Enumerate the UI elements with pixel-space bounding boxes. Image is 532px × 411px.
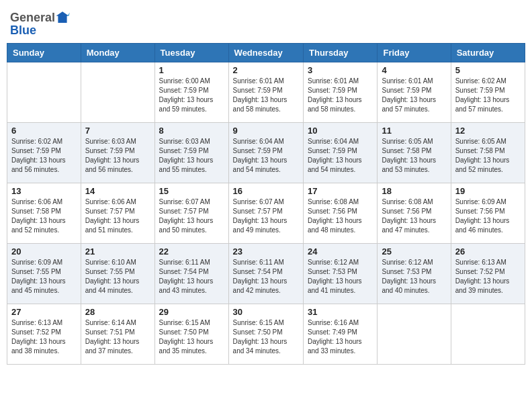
day-cell: [7, 62, 81, 123]
day-number: 14: [85, 186, 150, 196]
logo: GeneralBlue: [10, 10, 70, 38]
day-cell: 13Sunrise: 6:06 AM Sunset: 7:58 PM Dayli…: [7, 183, 81, 244]
day-header-tuesday: Tuesday: [154, 44, 228, 62]
day-info: Sunrise: 6:13 AM Sunset: 7:52 PM Dayligh…: [455, 258, 521, 295]
day-info: Sunrise: 6:16 AM Sunset: 7:49 PM Dayligh…: [308, 318, 373, 356]
day-number: 9: [233, 126, 299, 136]
day-cell: 3Sunrise: 6:01 AM Sunset: 7:59 PM Daylig…: [304, 62, 378, 123]
day-cell: 6Sunrise: 6:02 AM Sunset: 7:59 PM Daylig…: [7, 123, 81, 183]
day-info: Sunrise: 6:08 AM Sunset: 7:56 PM Dayligh…: [308, 197, 373, 235]
day-cell: 26Sunrise: 6:13 AM Sunset: 7:52 PM Dayli…: [451, 244, 525, 304]
day-cell: 17Sunrise: 6:08 AM Sunset: 7:56 PM Dayli…: [304, 183, 378, 244]
day-info: Sunrise: 6:01 AM Sunset: 7:59 PM Dayligh…: [233, 77, 299, 114]
day-number: 27: [11, 307, 77, 317]
week-row-2: 6Sunrise: 6:02 AM Sunset: 7:59 PM Daylig…: [7, 123, 525, 183]
day-number: 29: [159, 307, 224, 317]
day-cell: 19Sunrise: 6:09 AM Sunset: 7:56 PM Dayli…: [451, 183, 525, 244]
day-info: Sunrise: 6:09 AM Sunset: 7:56 PM Dayligh…: [455, 197, 521, 235]
day-cell: 31Sunrise: 6:16 AM Sunset: 7:49 PM Dayli…: [304, 304, 378, 365]
day-cell: 14Sunrise: 6:06 AM Sunset: 7:57 PM Dayli…: [81, 183, 154, 244]
day-cell: 7Sunrise: 6:03 AM Sunset: 7:59 PM Daylig…: [81, 123, 154, 183]
day-number: 30: [233, 307, 299, 317]
day-number: 2: [233, 65, 299, 75]
day-number: 8: [159, 126, 224, 136]
day-number: 15: [159, 186, 224, 196]
day-number: 31: [308, 307, 373, 317]
day-cell: [81, 62, 154, 123]
logo-blue-text: Blue: [10, 24, 36, 38]
day-number: 12: [455, 126, 521, 136]
day-header-thursday: Thursday: [304, 44, 378, 62]
day-cell: 25Sunrise: 6:12 AM Sunset: 7:53 PM Dayli…: [378, 244, 451, 304]
day-info: Sunrise: 6:02 AM Sunset: 7:59 PM Dayligh…: [11, 137, 77, 175]
day-cell: 29Sunrise: 6:15 AM Sunset: 7:50 PM Dayli…: [154, 304, 228, 365]
day-info: Sunrise: 6:15 AM Sunset: 7:50 PM Dayligh…: [159, 318, 224, 356]
day-info: Sunrise: 6:11 AM Sunset: 7:54 PM Dayligh…: [233, 258, 299, 295]
week-row-1: 1Sunrise: 6:00 AM Sunset: 7:59 PM Daylig…: [7, 62, 525, 123]
day-info: Sunrise: 6:07 AM Sunset: 7:57 PM Dayligh…: [233, 197, 299, 235]
day-info: Sunrise: 6:04 AM Sunset: 7:59 PM Dayligh…: [308, 137, 373, 175]
day-header-saturday: Saturday: [451, 44, 525, 62]
day-cell: 15Sunrise: 6:07 AM Sunset: 7:57 PM Dayli…: [154, 183, 228, 244]
day-cell: [451, 304, 525, 365]
day-info: Sunrise: 6:12 AM Sunset: 7:53 PM Dayligh…: [308, 258, 373, 295]
day-number: 24: [308, 246, 373, 257]
day-info: Sunrise: 6:14 AM Sunset: 7:51 PM Dayligh…: [85, 318, 150, 356]
calendar-table: SundayMondayTuesdayWednesdayThursdayFrid…: [7, 43, 525, 365]
day-number: 6: [11, 126, 77, 136]
day-number: 10: [308, 126, 373, 136]
day-cell: 11Sunrise: 6:05 AM Sunset: 7:58 PM Dayli…: [378, 123, 451, 183]
day-info: Sunrise: 6:02 AM Sunset: 7:59 PM Dayligh…: [455, 77, 521, 114]
day-number: 13: [11, 186, 77, 196]
week-row-4: 20Sunrise: 6:09 AM Sunset: 7:55 PM Dayli…: [7, 244, 525, 304]
day-info: Sunrise: 6:07 AM Sunset: 7:57 PM Dayligh…: [159, 197, 224, 235]
day-cell: 10Sunrise: 6:04 AM Sunset: 7:59 PM Dayli…: [304, 123, 378, 183]
day-info: Sunrise: 6:05 AM Sunset: 7:58 PM Dayligh…: [455, 137, 521, 175]
day-number: 5: [455, 65, 521, 75]
day-number: 20: [11, 246, 77, 257]
day-number: 11: [382, 126, 446, 136]
day-info: Sunrise: 6:03 AM Sunset: 7:59 PM Dayligh…: [159, 137, 224, 175]
day-cell: 5Sunrise: 6:02 AM Sunset: 7:59 PM Daylig…: [451, 62, 525, 123]
day-number: 4: [382, 65, 446, 75]
day-info: Sunrise: 6:09 AM Sunset: 7:55 PM Dayligh…: [11, 258, 77, 295]
day-number: 19: [455, 186, 521, 196]
day-cell: 30Sunrise: 6:15 AM Sunset: 7:50 PM Dayli…: [228, 304, 303, 365]
day-number: 26: [455, 246, 521, 257]
day-number: 28: [85, 307, 150, 317]
day-cell: 27Sunrise: 6:13 AM Sunset: 7:52 PM Dayli…: [7, 304, 81, 365]
day-cell: [378, 304, 451, 365]
day-cell: 8Sunrise: 6:03 AM Sunset: 7:59 PM Daylig…: [154, 123, 228, 183]
day-info: Sunrise: 6:10 AM Sunset: 7:55 PM Dayligh…: [85, 258, 150, 295]
day-header-sunday: Sunday: [7, 44, 81, 62]
logo-bird-icon: [55, 10, 70, 25]
day-cell: 28Sunrise: 6:14 AM Sunset: 7:51 PM Dayli…: [81, 304, 154, 365]
day-number: 18: [382, 186, 446, 196]
day-cell: 1Sunrise: 6:00 AM Sunset: 7:59 PM Daylig…: [154, 62, 228, 123]
day-info: Sunrise: 6:04 AM Sunset: 7:59 PM Dayligh…: [233, 137, 299, 175]
day-number: 22: [159, 246, 224, 257]
day-info: Sunrise: 6:06 AM Sunset: 7:58 PM Dayligh…: [11, 197, 77, 235]
day-number: 1: [159, 65, 224, 75]
days-header-row: SundayMondayTuesdayWednesdayThursdayFrid…: [7, 44, 525, 62]
day-cell: 22Sunrise: 6:11 AM Sunset: 7:54 PM Dayli…: [154, 244, 228, 304]
day-info: Sunrise: 6:01 AM Sunset: 7:59 PM Dayligh…: [382, 77, 446, 114]
day-cell: 20Sunrise: 6:09 AM Sunset: 7:55 PM Dayli…: [7, 244, 81, 304]
day-info: Sunrise: 6:08 AM Sunset: 7:56 PM Dayligh…: [382, 197, 446, 235]
day-info: Sunrise: 6:15 AM Sunset: 7:50 PM Dayligh…: [233, 318, 299, 356]
day-number: 17: [308, 186, 373, 196]
day-info: Sunrise: 6:13 AM Sunset: 7:52 PM Dayligh…: [11, 318, 77, 356]
week-row-3: 13Sunrise: 6:06 AM Sunset: 7:58 PM Dayli…: [7, 183, 525, 244]
header: GeneralBlue: [7, 7, 525, 38]
day-cell: 16Sunrise: 6:07 AM Sunset: 7:57 PM Dayli…: [228, 183, 303, 244]
day-number: 3: [308, 65, 373, 75]
day-cell: 12Sunrise: 6:05 AM Sunset: 7:58 PM Dayli…: [451, 123, 525, 183]
svg-marker-1: [67, 13, 70, 16]
day-cell: 18Sunrise: 6:08 AM Sunset: 7:56 PM Dayli…: [378, 183, 451, 244]
day-number: 16: [233, 186, 299, 196]
day-number: 21: [85, 246, 150, 257]
day-info: Sunrise: 6:11 AM Sunset: 7:54 PM Dayligh…: [159, 258, 224, 295]
day-info: Sunrise: 6:03 AM Sunset: 7:59 PM Dayligh…: [85, 137, 150, 175]
day-header-monday: Monday: [81, 44, 154, 62]
day-info: Sunrise: 6:05 AM Sunset: 7:58 PM Dayligh…: [382, 137, 446, 175]
